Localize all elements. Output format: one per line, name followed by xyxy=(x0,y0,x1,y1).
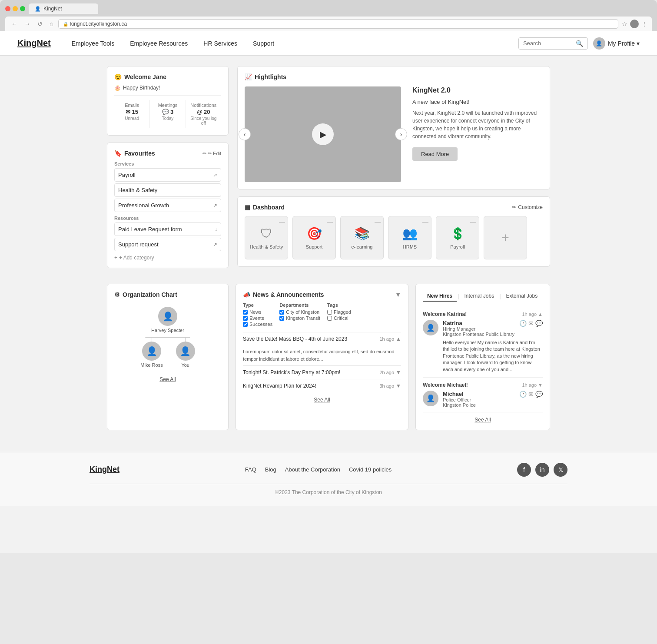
browser-url-text: kingnet.cityofkingston.ca xyxy=(70,21,127,27)
filter-events[interactable]: Events xyxy=(243,315,272,321)
footer-covid-link[interactable]: Covid 19 policies xyxy=(349,466,392,473)
welcome-card: 😊 Welcome Jane 🎂 Happy Birthday! Emails … xyxy=(107,66,229,136)
dash-hrms[interactable]: — 👥 HRMS xyxy=(388,216,431,259)
browser-forward-button[interactable]: → xyxy=(23,20,32,28)
fav-paid-leave[interactable]: Paid Leave Request form ↓ xyxy=(114,222,221,236)
navbar-right: 🔍 👤 My Profile ▾ xyxy=(518,37,640,50)
browser-menu-button[interactable]: ⋮ xyxy=(641,20,647,27)
footer-faq-link[interactable]: FAQ xyxy=(245,466,256,473)
twitter-icon[interactable]: 𝕏 xyxy=(554,463,567,477)
new-hire-name-0: Katrina xyxy=(443,320,514,326)
new-hire-0: Welcome Katrina! 1h ago ▲ 👤 Katrina xyxy=(423,307,543,378)
dash-remove-icon[interactable]: — xyxy=(327,218,333,225)
carousel-next-button[interactable]: › xyxy=(395,128,407,140)
customize-button[interactable]: ✏ Customize xyxy=(512,204,543,210)
footer-blog-link[interactable]: Blog xyxy=(265,466,276,473)
browser-back-button[interactable]: ← xyxy=(10,20,19,28)
dash-remove-icon[interactable]: — xyxy=(279,218,285,225)
shield-icon: 🛡 xyxy=(260,226,272,241)
dash-elearning[interactable]: — 📚 e-learning xyxy=(340,216,384,259)
facebook-icon[interactable]: f xyxy=(517,463,531,477)
clock-icon-1[interactable]: 🕐 xyxy=(519,391,527,398)
linkedin-icon[interactable]: in xyxy=(535,463,549,477)
browser-bookmark-button[interactable]: ☆ xyxy=(622,20,627,27)
dash-remove-icon[interactable]: — xyxy=(470,218,476,225)
carousel-prev-button[interactable]: ‹ xyxy=(239,128,251,140)
chat-icon[interactable]: 💬 xyxy=(535,320,543,327)
email-icon-hire[interactable]: ✉ xyxy=(528,320,534,327)
browser-refresh-button[interactable]: ↺ xyxy=(36,20,44,28)
dash-add[interactable]: + xyxy=(484,216,527,259)
tab-internal-jobs[interactable]: Internal Jobs xyxy=(460,291,498,302)
email-icon-hire-1[interactable]: ✉ xyxy=(528,391,534,398)
jobs-see-all-link[interactable]: See All xyxy=(423,417,543,423)
news-toggle-icon-0[interactable]: ▲ xyxy=(396,336,401,342)
nav-support[interactable]: Support xyxy=(245,31,282,56)
filter-critical[interactable]: Critical xyxy=(327,315,351,321)
read-more-button[interactable]: Read More xyxy=(412,147,458,161)
filter-icon[interactable]: ▼ xyxy=(395,291,401,298)
fav-health-safety[interactable]: Health & Safety xyxy=(114,183,221,197)
browser-url-bar[interactable]: 🔒 kingnet.cityofkingston.ca xyxy=(58,19,618,29)
meetings-icon: 💬 xyxy=(162,109,169,115)
dash-payroll[interactable]: — 💲 Payroll xyxy=(436,216,479,259)
filter-type: Type News Events Successes xyxy=(243,302,272,328)
new-hire-body-1: 👤 Michael Police Officer Kingston Police… xyxy=(423,391,543,408)
tab-external-jobs[interactable]: External Jobs xyxy=(502,291,542,302)
browser-dot-green[interactable] xyxy=(20,6,25,11)
fav-payroll[interactable]: Payroll ↗ xyxy=(114,168,221,182)
filter-kingston[interactable]: City of Kingston xyxy=(279,309,320,315)
browser-dot-yellow[interactable] xyxy=(13,6,18,11)
browser-dot-red[interactable] xyxy=(5,6,10,11)
browser-tab[interactable]: 👤 KingNet xyxy=(29,3,98,14)
clock-icon[interactable]: 🕐 xyxy=(519,320,527,327)
chat-icon-1[interactable]: 💬 xyxy=(535,391,543,398)
expand-icon-0[interactable]: ▲ xyxy=(538,312,543,317)
favourites-header: 🔖 Favourites ✏ ✏ Edit xyxy=(114,150,221,157)
nav-hr-services[interactable]: HR Services xyxy=(196,31,245,56)
nav-employee-resources[interactable]: Employee Resources xyxy=(122,31,196,56)
dash-support[interactable]: — 🎯 Support xyxy=(292,216,336,259)
birthday-banner: 🎂 Happy Birthday! xyxy=(114,85,221,91)
org-avatar-top: 👤 xyxy=(158,307,177,326)
emails-value: ✉ 15 xyxy=(117,109,147,115)
navbar: KingNet Employee Tools Employee Resource… xyxy=(0,31,657,56)
birthday-icon: 🎂 xyxy=(114,85,121,91)
dash-health-safety[interactable]: — 🛡 Health & Safety xyxy=(245,216,288,259)
bottom-row: ⚙ Organization Chart 👤 Harvey Specter 👤 … xyxy=(107,284,550,437)
news-see-all-link[interactable]: See All xyxy=(243,397,401,403)
footer-brand[interactable]: KingNet xyxy=(90,465,119,474)
resources-list: Paid Leave Request form ↓ Support reques… xyxy=(114,222,221,251)
fav-support-request[interactable]: Support request ↗ xyxy=(114,238,221,251)
dash-remove-icon[interactable]: — xyxy=(375,218,381,225)
nav-employee-tools[interactable]: Employee Tools xyxy=(64,31,123,56)
new-hire-info-1: Michael Police Officer Kingston Police 🕐… xyxy=(443,391,543,408)
meetings-label: Meetings xyxy=(153,103,182,108)
org-see-all-link[interactable]: See All xyxy=(114,376,221,382)
filter-transit[interactable]: Kingston Transit xyxy=(279,315,320,321)
filter-successes[interactable]: Successes xyxy=(243,322,272,327)
add-category-button[interactable]: + + Add category xyxy=(114,255,221,261)
news-toggle-icon-1[interactable]: ▼ xyxy=(396,369,401,375)
highlight-desc: Next year, KingNet 2.0 will be launched … xyxy=(412,109,538,140)
filter-news[interactable]: News xyxy=(243,309,272,315)
news-toggle-icon-2[interactable]: ▼ xyxy=(396,383,401,389)
profile-button[interactable]: 👤 My Profile ▾ xyxy=(593,37,640,50)
news-item-1[interactable]: Tonight! St. Patrick's Day Party at 7:00… xyxy=(243,365,401,379)
fav-professional-growth[interactable]: Professional Growth ↗ xyxy=(114,199,221,212)
footer-about-link[interactable]: About the Corporation xyxy=(285,466,340,473)
browser-home-button[interactable]: ⌂ xyxy=(48,20,55,28)
people-icon: 👥 xyxy=(402,226,418,241)
new-hire-header-1: Welcome Michael! 1h ago ▼ xyxy=(423,382,543,388)
dash-remove-icon[interactable]: — xyxy=(422,218,428,225)
tab-new-hires[interactable]: New Hires xyxy=(423,291,457,302)
play-button[interactable]: ▶ xyxy=(312,123,334,145)
news-item-2[interactable]: KingNet Revamp Plan for 2024! 3h ago ▼ xyxy=(243,379,401,392)
edit-favourites-button[interactable]: ✏ ✏ Edit xyxy=(202,151,221,156)
navbar-brand[interactable]: KingNet xyxy=(17,38,51,48)
search-input[interactable] xyxy=(523,40,573,46)
news-item-0[interactable]: Save the Date! Mass BBQ - 4th of June 20… xyxy=(243,332,401,345)
filter-flagged[interactable]: Flagged xyxy=(327,309,351,315)
expand-icon-1[interactable]: ▼ xyxy=(538,382,543,388)
news-item-meta-1: 2h ago ▼ xyxy=(379,369,401,375)
